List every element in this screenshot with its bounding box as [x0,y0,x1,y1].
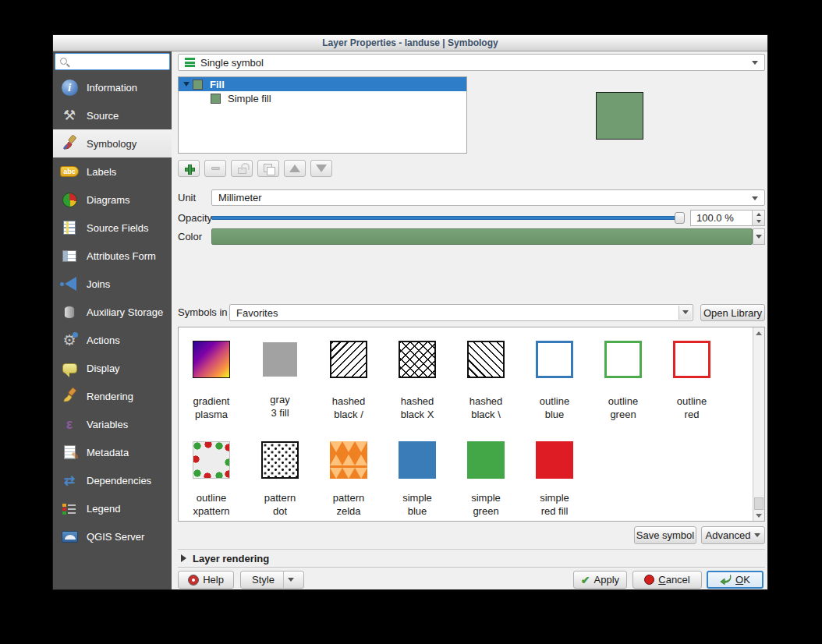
symbol-simple-red-fill[interactable]: simple red fill [520,441,589,518]
symbol-hashed-black-backslash[interactable]: hashed black \ [452,341,520,421]
sidebar-search[interactable] [55,53,170,70]
symbol-pattern-dot-black[interactable]: pattern dot black [246,441,314,522]
symbol-pattern-zelda[interactable]: pattern zelda [314,441,383,518]
scrollbar-thumb[interactable] [754,497,764,510]
duplicate-symbol-layer-button[interactable] [257,160,279,177]
simple-fill-swatch-icon [211,94,221,104]
symbol-list-scrollbar[interactable] [753,327,764,521]
spin-up-button[interactable] [753,211,764,218]
sidebar-item-source[interactable]: Source [53,101,172,129]
tree-item-fill[interactable]: Fill [179,77,466,91]
joins-icon [59,274,80,294]
symbol-outline-xpattern[interactable]: outline xpattern [178,441,246,518]
ok-label: OK [735,574,750,586]
sidebar-item-dependencies[interactable]: Dependencies [53,466,172,494]
symbol-label: hashed black / [314,395,383,421]
gradient-plasma-swatch-icon [193,341,230,378]
combo-arrow-button[interactable] [679,306,692,320]
expand-arrow-icon[interactable] [183,82,190,87]
chevron-down-icon [756,235,762,239]
outline-xpattern-swatch-icon [193,441,230,479]
layer-rendering-section[interactable]: Layer rendering [178,549,765,568]
color-button[interactable] [211,228,753,245]
advanced-button[interactable]: Advanced [701,526,765,544]
sidebar-item-qgis-server[interactable]: QGIS Server [53,522,172,550]
move-down-icon [316,165,327,172]
opacity-slider[interactable] [211,210,685,226]
style-dropdown-button[interactable] [283,571,298,588]
opacity-spinbox[interactable]: 100.0 % [690,210,765,226]
remove-symbol-layer-button[interactable] [204,160,226,177]
symbol-outline-blue[interactable]: outline blue [520,341,589,421]
cancel-button[interactable]: Cancel [632,571,702,589]
slider-track [211,216,680,220]
sidebar-item-labels[interactable]: Labels [53,157,172,186]
unit-combobox[interactable]: Millimeter [211,189,765,206]
color-dropdown-button[interactable] [753,228,765,245]
symbol-hashed-black-slash[interactable]: hashed black / [314,341,383,421]
sidebar-item-symbology[interactable]: Symbology [53,129,172,157]
unit-label: Unit [178,189,196,206]
add-icon [185,165,193,173]
symbol-label: gray 3 fill [246,393,314,419]
sidebar-item-display[interactable]: Display [53,354,172,382]
symbol-gradient-plasma[interactable]: gradient plasma [178,341,246,421]
source-icon [59,105,80,126]
apply-label: Apply [594,574,620,586]
sidebar-item-variables[interactable]: Variables [53,410,172,438]
help-label: Help [203,574,224,586]
style-button[interactable]: Style [240,571,304,589]
lock-color-button[interactable] [231,160,253,177]
layer-properties-dialog: Layer Properties - landuse | Symbology I… [52,34,768,590]
save-symbol-button[interactable]: Save symbol [634,526,696,544]
add-symbol-layer-button[interactable] [178,160,200,177]
sidebar-item-actions[interactable]: Actions [53,326,172,354]
symbol-outline-red[interactable]: outline red [657,341,726,421]
symbols-source-combobox[interactable]: Favorites [229,304,693,321]
help-button[interactable]: Help [178,571,234,589]
scroll-up-button[interactable] [753,327,764,338]
sidebar-item-legend[interactable]: Legend [53,494,172,522]
move-up-button[interactable] [284,160,306,177]
ok-button[interactable]: OK [707,571,764,589]
sidebar-item-auxiliary-storage[interactable]: Auxiliary Storage [53,298,172,326]
symbols-in-label: Symbols in [178,304,228,320]
spin-down-button[interactable] [753,218,764,226]
symbol-label: simple red fill [520,491,589,518]
sidebar-item-label: Source [87,110,119,122]
sidebar-item-source-fields[interactable]: Source Fields [53,214,172,242]
sidebar-item-information[interactable]: Information [53,73,172,101]
sidebar-item-metadata[interactable]: Metadata [53,438,172,466]
open-library-button[interactable]: Open Library [700,304,765,321]
symbol-gray-3-fill[interactable]: gray 3 fill [246,341,314,419]
sidebar-item-diagrams[interactable]: Diagrams [53,186,172,214]
spin-buttons[interactable] [752,211,764,225]
sidebar-item-rendering[interactable]: Rendering [53,382,172,410]
sidebar-item-attributes-form[interactable]: Attributes Form [53,242,172,270]
chevron-down-icon [682,310,689,314]
diagrams-icon [59,189,80,210]
search-input[interactable] [71,55,168,69]
symbol-simple-green-fill[interactable]: simple green fill [452,441,520,522]
move-down-button[interactable] [310,160,332,177]
simple-green-swatch-icon [467,441,505,479]
apply-button[interactable]: Apply [573,571,627,589]
tree-item-simple-fill[interactable]: Simple fill [179,91,466,106]
symbol-outline-green[interactable]: outline green [589,341,657,421]
symbol-label: hashed black \ [452,395,520,421]
apply-check-icon [581,574,590,586]
symbol-label: simple green fill [452,491,520,522]
pattern-dot-swatch-icon [261,441,299,479]
renderer-combobox[interactable]: Single symbol [178,54,765,71]
scroll-down-button[interactable] [753,510,764,521]
sidebar-item-joins[interactable]: Joins [53,270,172,298]
sidebar-item-label: Legend [87,503,120,515]
symbol-label: simple blue fill [383,491,452,522]
slider-handle[interactable] [675,212,685,224]
sidebar-item-label: Variables [87,419,128,430]
symbol-simple-blue-fill[interactable]: simple blue fill [383,441,452,522]
sidebar-item-label: Display [87,363,120,374]
symbol-hashed-black-x[interactable]: hashed black X [383,341,452,421]
symbol-label: hashed black X [383,395,452,421]
sidebar-item-label: Information [87,82,137,94]
